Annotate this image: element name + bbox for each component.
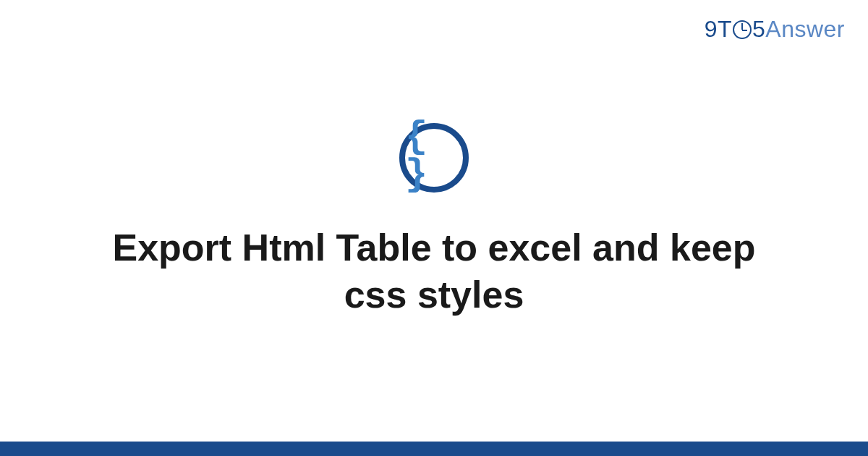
footer-bar [0, 442, 868, 456]
css-braces-icon: { } [405, 119, 463, 194]
main-content: { } Export Html Table to excel and keep … [0, 0, 868, 442]
page-title: Export Html Table to excel and keep css … [101, 224, 767, 318]
category-badge: { } [399, 123, 469, 193]
